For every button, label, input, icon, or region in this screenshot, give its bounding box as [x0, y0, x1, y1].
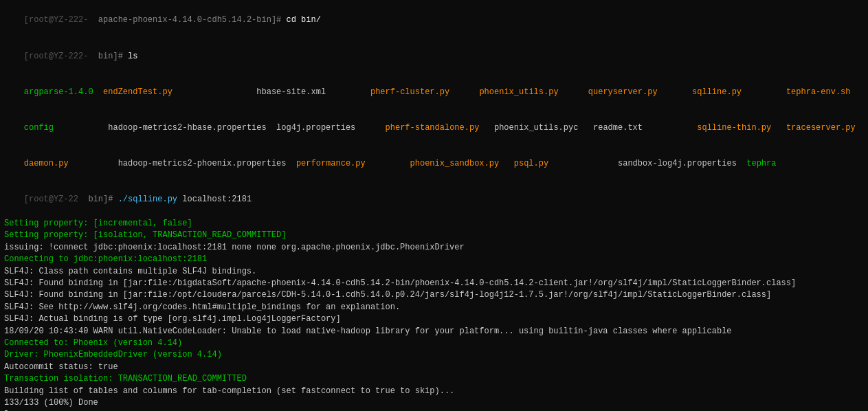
slf4j-3: SLF4J: Found binding in [jar:file:/opt/c… [4, 289, 864, 301]
connecting-line: Connecting to jdbc:phoenix:localhost:218… [4, 254, 864, 265]
terminal: [root@YZ-222- apache-phoenix-4.14.0-cdh5… [0, 0, 868, 411]
transaction-isolation: Transaction isolation: TRANSACTION_READ_… [4, 373, 864, 385]
issuing-line: issuing: !connect jdbc:phoenix:localhost… [4, 242, 864, 254]
file-list-2: config hadoop-metrics2-hbase.properties … [4, 111, 864, 146]
building-list: Building list of tables and columns for … [4, 386, 864, 397]
slf4j-1: SLF4J: Class path contains multiple SLF4… [4, 266, 864, 278]
file-list-3: daemon.py hadoop-metrics2-phoenix.proper… [4, 146, 864, 182]
slf4j-4: SLF4J: See http://www.slf4j.org/codes.ht… [4, 302, 864, 313]
cmd-line-1: [root@YZ-222- apache-phoenix-4.14.0-cdh5… [4, 3, 864, 38]
cmd-line-2: [root@YZ-222- bin]# ls [4, 38, 864, 74]
slf4j-5: SLF4J: Actual binding is of type [org.sl… [4, 313, 864, 325]
slf4j-2: SLF4J: Found binding in [jar:file:/bigda… [4, 278, 864, 289]
driver-info: Driver: PhoenixEmbeddedDriver (version 4… [4, 349, 864, 361]
progress-done: 133/133 (100%) Done [4, 397, 864, 409]
setting-incremental: Setting property: [incremental, false] [4, 218, 864, 230]
file-list-1: argparse-1.4.0 endZendTest.py hbase-site… [4, 74, 864, 110]
warn-line: 18/09/20 10:43:40 WARN util.NativeCodeLo… [4, 326, 864, 337]
autocommit: Autocommit status: true [4, 362, 864, 373]
connected-to: Connected to: Phoenix (version 4.14) [4, 337, 864, 349]
setting-isolation: Setting property: [isolation, TRANSACTIO… [4, 230, 864, 241]
sqlline-cmd: [root@YZ-22 bin]# ./sqlline.py localhost… [4, 182, 864, 218]
